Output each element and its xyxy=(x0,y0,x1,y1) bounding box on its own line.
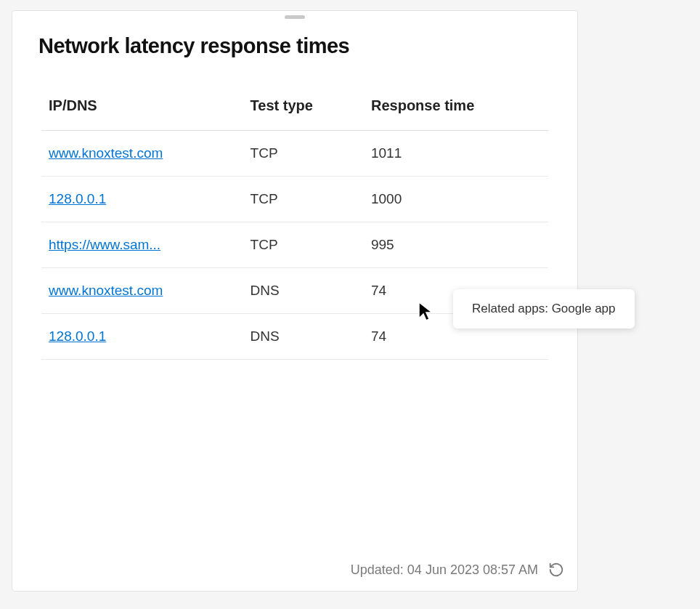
test-type-cell: DNS xyxy=(243,268,364,314)
response-time-cell: 1000 xyxy=(364,177,548,222)
test-type-cell: DNS xyxy=(243,314,364,360)
column-header-test-type[interactable]: Test type xyxy=(243,97,364,131)
response-time-cell: 1011 xyxy=(364,131,548,177)
test-type-cell: TCP xyxy=(243,222,364,268)
related-apps-tooltip: Related apps: Google app xyxy=(453,289,635,328)
ip-dns-link[interactable]: www.knoxtest.com xyxy=(49,145,163,161)
table-row: 128.0.0.1 TCP 1000 xyxy=(41,177,548,222)
response-time-cell: 995 xyxy=(364,222,548,268)
ip-dns-link[interactable]: 128.0.0.1 xyxy=(49,191,106,206)
test-type-cell: TCP xyxy=(243,177,364,222)
column-header-ip-dns[interactable]: IP/DNS xyxy=(41,97,243,131)
ip-dns-link[interactable]: www.knoxtest.com xyxy=(49,283,163,298)
tooltip-text: Related apps: Google app xyxy=(472,302,616,315)
refresh-icon[interactable] xyxy=(548,562,564,578)
updated-timestamp: Updated: 04 Jun 2023 08:57 AM xyxy=(351,562,538,578)
test-type-cell: TCP xyxy=(243,131,364,177)
ip-dns-link[interactable]: 128.0.0.1 xyxy=(49,328,106,344)
ip-dns-link[interactable]: https://www.sam... xyxy=(49,237,160,252)
drag-handle[interactable] xyxy=(285,15,305,19)
card-footer: Updated: 04 Jun 2023 08:57 AM xyxy=(12,552,577,591)
table-row: https://www.sam... TCP 995 xyxy=(41,222,548,268)
table-row: www.knoxtest.com TCP 1011 xyxy=(41,131,548,177)
column-header-response-time[interactable]: Response time xyxy=(364,97,548,131)
